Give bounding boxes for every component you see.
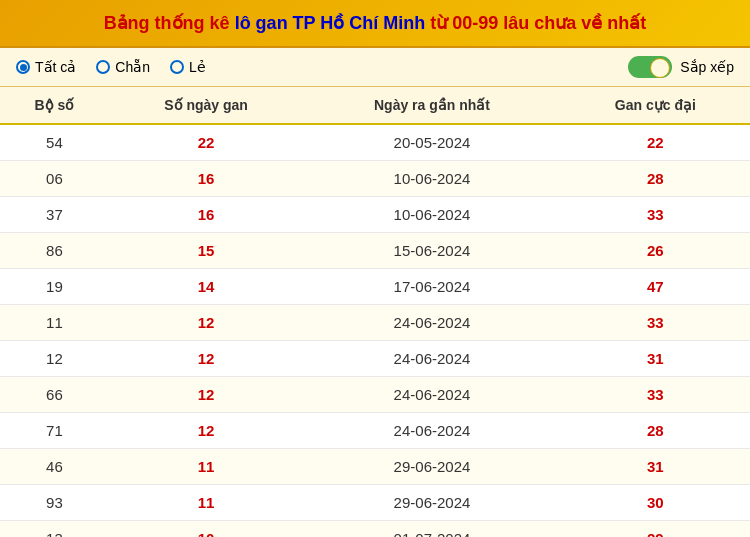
cell-gancucdai: 28 xyxy=(561,413,750,449)
table-row: 061610-06-202428 xyxy=(0,161,750,197)
radio-tatca[interactable] xyxy=(16,60,30,74)
cell-ngayragannhat: 29-06-2024 xyxy=(303,449,560,485)
table-row: 131001-07-202429 xyxy=(0,521,750,538)
cell-ngayragannhat: 01-07-2024 xyxy=(303,521,560,538)
table-row: 121224-06-202431 xyxy=(0,341,750,377)
table-row: 191417-06-202447 xyxy=(0,269,750,305)
table-header-row: Bộ số Số ngày gan Ngày ra gần nhất Gan c… xyxy=(0,87,750,124)
cell-ngayragannhat: 24-06-2024 xyxy=(303,341,560,377)
cell-gancucdai: 28 xyxy=(561,161,750,197)
cell-boso: 66 xyxy=(0,377,109,413)
cell-ngayragannhat: 10-06-2024 xyxy=(303,197,560,233)
filter-le[interactable]: Lẻ xyxy=(170,59,206,75)
header-title: Bảng thống kê lô gan TP Hồ Chí Minh từ 0… xyxy=(104,13,647,33)
filter-tatca[interactable]: Tất cả xyxy=(16,59,76,75)
sort-toggle-area: Sắp xếp xyxy=(628,56,734,78)
cell-boso: 19 xyxy=(0,269,109,305)
cell-songaygan: 10 xyxy=(109,521,303,538)
cell-ngayragannhat: 24-06-2024 xyxy=(303,305,560,341)
cell-boso: 46 xyxy=(0,449,109,485)
table-row: 861515-06-202426 xyxy=(0,233,750,269)
cell-gancucdai: 33 xyxy=(561,377,750,413)
table-row: 931129-06-202430 xyxy=(0,485,750,521)
filter-bar: Tất cả Chẵn Lẻ Sắp xếp xyxy=(0,48,750,87)
cell-ngayragannhat: 17-06-2024 xyxy=(303,269,560,305)
cell-gancucdai: 22 xyxy=(561,124,750,161)
cell-songaygan: 12 xyxy=(109,413,303,449)
filter-le-label: Lẻ xyxy=(189,59,206,75)
cell-boso: 71 xyxy=(0,413,109,449)
cell-songaygan: 11 xyxy=(109,485,303,521)
cell-boso: 93 xyxy=(0,485,109,521)
table-row: 371610-06-202433 xyxy=(0,197,750,233)
cell-gancucdai: 29 xyxy=(561,521,750,538)
cell-songaygan: 11 xyxy=(109,449,303,485)
cell-gancucdai: 26 xyxy=(561,233,750,269)
header-title-suffix: từ 00-99 lâu chưa về nhất xyxy=(425,13,646,33)
cell-songaygan: 12 xyxy=(109,341,303,377)
cell-songaygan: 15 xyxy=(109,233,303,269)
radio-chan[interactable] xyxy=(96,60,110,74)
cell-gancucdai: 47 xyxy=(561,269,750,305)
data-table: Bộ số Số ngày gan Ngày ra gần nhất Gan c… xyxy=(0,87,750,537)
cell-gancucdai: 31 xyxy=(561,449,750,485)
sort-toggle-label: Sắp xếp xyxy=(680,59,734,75)
filter-options: Tất cả Chẵn Lẻ xyxy=(16,59,206,75)
table-row: 461129-06-202431 xyxy=(0,449,750,485)
page-header: Bảng thống kê lô gan TP Hồ Chí Minh từ 0… xyxy=(0,0,750,48)
sort-toggle[interactable] xyxy=(628,56,672,78)
cell-gancucdai: 30 xyxy=(561,485,750,521)
cell-songaygan: 14 xyxy=(109,269,303,305)
filter-chan[interactable]: Chẵn xyxy=(96,59,150,75)
cell-ngayragannhat: 15-06-2024 xyxy=(303,233,560,269)
table-row: 661224-06-202433 xyxy=(0,377,750,413)
cell-ngayragannhat: 20-05-2024 xyxy=(303,124,560,161)
col-header-gancucdai: Gan cực đại xyxy=(561,87,750,124)
cell-ngayragannhat: 29-06-2024 xyxy=(303,485,560,521)
cell-songaygan: 12 xyxy=(109,305,303,341)
cell-boso: 12 xyxy=(0,341,109,377)
table-row: 711224-06-202428 xyxy=(0,413,750,449)
cell-songaygan: 16 xyxy=(109,197,303,233)
cell-boso: 11 xyxy=(0,305,109,341)
filter-chan-label: Chẵn xyxy=(115,59,150,75)
cell-ngayragannhat: 10-06-2024 xyxy=(303,161,560,197)
cell-ngayragannhat: 24-06-2024 xyxy=(303,377,560,413)
table-row: 111224-06-202433 xyxy=(0,305,750,341)
cell-songaygan: 22 xyxy=(109,124,303,161)
cell-gancucdai: 33 xyxy=(561,197,750,233)
cell-songaygan: 12 xyxy=(109,377,303,413)
table-body: 542220-05-202422061610-06-202428371610-0… xyxy=(0,124,750,537)
filter-tatca-label: Tất cả xyxy=(35,59,76,75)
radio-le[interactable] xyxy=(170,60,184,74)
header-title-highlight: lô gan TP Hồ Chí Minh xyxy=(235,13,426,33)
cell-boso: 37 xyxy=(0,197,109,233)
cell-boso: 13 xyxy=(0,521,109,538)
header-title-prefix: Bảng thống kê xyxy=(104,13,235,33)
cell-gancucdai: 33 xyxy=(561,305,750,341)
cell-boso: 54 xyxy=(0,124,109,161)
col-header-ngayragannhat: Ngày ra gần nhất xyxy=(303,87,560,124)
col-header-boso: Bộ số xyxy=(0,87,109,124)
cell-songaygan: 16 xyxy=(109,161,303,197)
col-header-songaygan: Số ngày gan xyxy=(109,87,303,124)
cell-boso: 86 xyxy=(0,233,109,269)
table-header: Bộ số Số ngày gan Ngày ra gần nhất Gan c… xyxy=(0,87,750,124)
cell-gancucdai: 31 xyxy=(561,341,750,377)
table-row: 542220-05-202422 xyxy=(0,124,750,161)
cell-boso: 06 xyxy=(0,161,109,197)
cell-ngayragannhat: 24-06-2024 xyxy=(303,413,560,449)
